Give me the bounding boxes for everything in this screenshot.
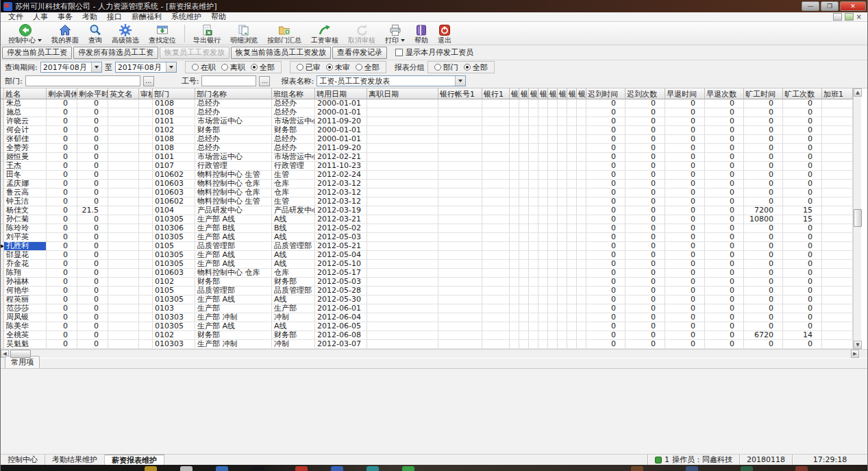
cell-leave_date[interactable] [367, 215, 438, 224]
cell-late_count[interactable]: 0 [625, 117, 665, 126]
cell-team[interactable]: 生管 [272, 197, 315, 206]
cell-name[interactable]: 周凤银 [4, 313, 47, 322]
cell-bk5[interactable] [538, 278, 548, 287]
column-header-early_count[interactable]: 早退次数 [705, 88, 744, 99]
cell-bk9[interactable] [577, 153, 586, 162]
cell-leave_date[interactable] [367, 180, 438, 189]
cell-english[interactable] [108, 233, 139, 242]
cell-early_count[interactable]: 0 [705, 304, 744, 313]
cell-leave_date[interactable] [367, 340, 438, 349]
cell-dept_name[interactable]: 生产部 A线 [195, 215, 272, 224]
cell-bk3[interactable] [519, 215, 529, 224]
cell-bk9[interactable] [577, 313, 586, 322]
workspace-tab-2[interactable]: 薪资报表维护 [105, 455, 164, 465]
cell-remain_pingshi[interactable]: 0 [77, 331, 108, 340]
cell-bk6[interactable] [548, 206, 558, 215]
cell-bk6[interactable] [548, 108, 558, 117]
cell-early_time[interactable]: 0 [665, 108, 705, 117]
cell-bk4[interactable] [529, 189, 538, 197]
cell-early_count[interactable]: 0 [705, 126, 744, 135]
cell-bk2[interactable] [510, 269, 519, 278]
cell-leave_date[interactable] [367, 135, 438, 144]
cell-audit[interactable] [139, 117, 153, 126]
cell-absent_time[interactable]: 0 [744, 180, 783, 189]
column-header-name[interactable]: 姓名 [4, 88, 47, 99]
cell-bk9[interactable] [577, 251, 586, 260]
cell-bk3[interactable] [519, 162, 529, 171]
cell-bk8[interactable] [567, 295, 577, 304]
cell-bk4[interactable] [529, 126, 538, 135]
column-header-absent_time[interactable]: 旷工时间 [744, 88, 783, 99]
cell-dept_code[interactable]: 010305 [153, 215, 195, 224]
cell-bank_acct1[interactable] [438, 287, 482, 295]
cell-name[interactable]: 田冬 [4, 171, 47, 180]
table-row[interactable]: 全赞芳000108总经办总经办2011-09-20000000 [1, 144, 853, 153]
cell-late_count[interactable]: 0 [625, 233, 665, 242]
cell-bk5[interactable] [538, 135, 548, 144]
cell-bk6[interactable] [548, 278, 558, 287]
cell-bk4[interactable] [529, 224, 538, 233]
cell-english[interactable] [108, 135, 139, 144]
cell-bk2[interactable] [510, 215, 519, 224]
cell-dept_name[interactable]: 生产部 A线 [195, 233, 272, 242]
cell-absent_time[interactable]: 0 [744, 189, 783, 197]
cell-absent_time[interactable]: 0 [744, 322, 783, 331]
radio-audit-0[interactable]: 已审 [295, 62, 323, 73]
chevron-down-icon[interactable] [455, 76, 465, 86]
cell-audit[interactable] [139, 162, 153, 171]
table-row[interactable]: 全桃英000102财务部财务部2012-06-080000672014 [1, 331, 853, 340]
report-name-select[interactable]: 工资-员工工资发放表 [317, 75, 466, 86]
cell-audit[interactable] [139, 189, 153, 197]
cell-remain_pingshi[interactable]: 0 [77, 117, 108, 126]
cell-overtime1[interactable] [822, 144, 853, 153]
hscroll-thumb[interactable] [10, 350, 31, 358]
cell-name[interactable]: 陈翔 [4, 269, 47, 278]
cell-late_time[interactable]: 0 [586, 295, 625, 304]
cell-overtime1[interactable] [822, 251, 853, 260]
cell-bank_acct1[interactable] [438, 313, 482, 322]
cell-absent_time[interactable]: 0 [744, 278, 783, 287]
cell-bk5[interactable] [538, 295, 548, 304]
cell-bk4[interactable] [529, 322, 538, 331]
table-row[interactable]: 孙仁菊00010305生产部 A线A线2012-03-2100001080015 [1, 215, 853, 224]
cell-bank_acct1[interactable] [438, 144, 482, 153]
cell-early_time[interactable]: 0 [665, 126, 705, 135]
column-header-team[interactable]: 班组名称 [272, 88, 315, 99]
cell-bk3[interactable] [519, 206, 529, 215]
cell-hire_date[interactable]: 2012-03-12 [315, 189, 367, 197]
cell-bk9[interactable] [577, 180, 586, 189]
cell-remain_pingshi[interactable]: 0 [77, 233, 108, 242]
cell-absent_time[interactable]: 0 [744, 340, 783, 349]
cell-overtime1[interactable] [822, 180, 853, 189]
cell-name[interactable]: 孙仁菊 [4, 215, 47, 224]
cell-late_time[interactable]: 0 [586, 108, 625, 117]
cell-absent_time[interactable]: 0 [744, 304, 783, 313]
cell-hire_date[interactable]: 2012-02-24 [315, 171, 367, 180]
cell-absent_count[interactable]: 0 [783, 287, 822, 295]
cell-bk2[interactable] [510, 108, 519, 117]
cell-english[interactable] [108, 117, 139, 126]
cell-late_time[interactable]: 0 [586, 144, 625, 153]
cell-early_time[interactable]: 0 [665, 135, 705, 144]
cell-team[interactable]: 财务部 [272, 126, 315, 135]
cell-bk8[interactable] [567, 197, 577, 206]
cell-absent_time[interactable]: 0 [744, 313, 783, 322]
cell-early_count[interactable]: 0 [705, 215, 744, 224]
cell-hire_date[interactable]: 2000-01-01 [315, 126, 367, 135]
column-header-bk6[interactable]: 银 [548, 88, 558, 99]
cell-late_time[interactable]: 0 [586, 233, 625, 242]
cell-bk5[interactable] [538, 144, 548, 153]
cell-early_time[interactable]: 0 [665, 189, 705, 197]
column-header-overtime1[interactable]: 加班1 [822, 88, 853, 99]
cell-dept_code[interactable]: 0104 [153, 206, 195, 215]
cell-bk2[interactable] [510, 322, 519, 331]
cell-late_time[interactable]: 0 [586, 260, 625, 269]
cell-hire_date[interactable]: 2012-05-03 [315, 278, 367, 287]
cell-leave_date[interactable] [367, 304, 438, 313]
cell-dept_name[interactable]: 物料控制中心 生管 [195, 197, 272, 206]
cell-late_time[interactable]: 0 [586, 242, 625, 251]
toolbar-button-4[interactable]: 查找定位 [144, 23, 181, 45]
cell-team[interactable]: 冲制 [272, 340, 315, 349]
column-header-audit[interactable]: 审核 [139, 88, 153, 99]
cell-bank1[interactable] [482, 233, 510, 242]
